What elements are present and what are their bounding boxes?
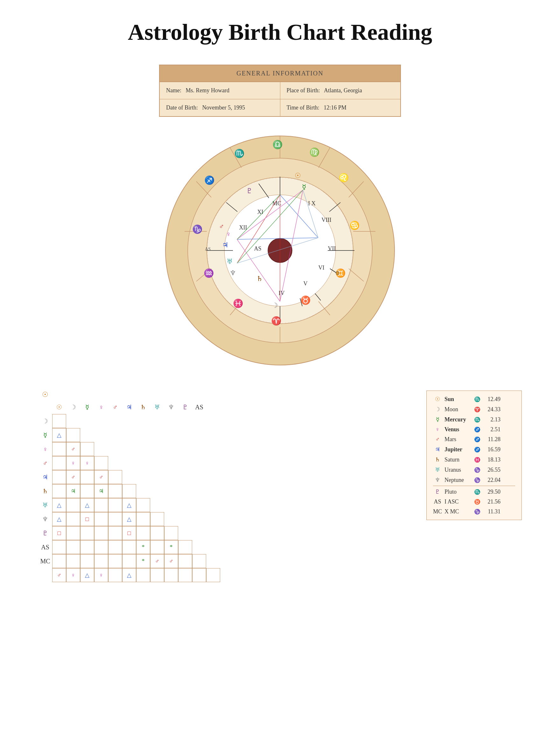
grid-col-header: ♃ <box>122 400 136 414</box>
planet-symbol: ♀ <box>433 426 442 433</box>
grid-col-header: ☿ <box>80 400 94 414</box>
svg-text:V: V <box>303 280 308 287</box>
svg-text:♒: ♒ <box>204 268 214 278</box>
aspect-cell <box>108 526 122 540</box>
grid-data-row: ♂♀♀ <box>38 456 220 470</box>
grid-data-row: ☿△ <box>38 428 220 442</box>
planet-row: ♅Uranus♑26.55 <box>433 465 515 475</box>
planet-deg: 29.50 <box>485 489 501 495</box>
aspect-cell <box>192 554 206 568</box>
planet-row: ☿Mercury♏2.13 <box>433 414 515 424</box>
svg-text:♄: ♄ <box>257 275 263 283</box>
aspect-cell: ♀ <box>66 568 80 582</box>
info-table-header: GENERAL INFORMATION <box>160 65 400 82</box>
grid-col-header: ♆ <box>164 400 178 414</box>
grid-col-header: ♅ <box>150 400 164 414</box>
grid-data-row: ♂♀△♀△ <box>38 568 220 582</box>
grid-col-header: ☽ <box>66 400 80 414</box>
aspect-cell: ♂ <box>94 470 108 484</box>
grid-col-header: ♀ <box>94 400 108 414</box>
svg-text:♐: ♐ <box>204 175 215 185</box>
place-cell: Place of Birth: Atlanta, Georgia <box>280 82 401 99</box>
svg-text:AS: AS <box>254 246 261 252</box>
aspect-cell <box>80 554 94 568</box>
aspect-cell: □ <box>52 526 66 540</box>
page-title: Astrology Birth Chart Reading <box>0 0 560 58</box>
tob-cell: Time of Birth: 12:16 PM <box>280 99 401 116</box>
grid-data-row: MC*♂♂ <box>38 554 220 568</box>
planet-deg: 11.28 <box>485 436 501 443</box>
svg-text:♈: ♈ <box>271 316 282 326</box>
aspect-cell: ♂ <box>66 442 80 456</box>
aspect-grid-wrap: ☉ ☉☽☿♀♂♃♄♅♆♇AS☽☿△♀♂♂♀♀♃♂♂♄♃♃♅△△△♆△□△♇□□A… <box>38 390 220 584</box>
bottom-section: ☉ ☉☽☿♀♂♃♄♅♆♇AS☽☿△♀♂♂♀♀♃♂♂♄♃♃♅△△△♆△□△♇□□A… <box>0 381 560 602</box>
svg-text:VII: VII <box>328 246 336 252</box>
aspect-cell: ♀ <box>66 456 80 470</box>
grid-row-header: ♅ <box>38 498 52 512</box>
planet-symbol: AS <box>433 498 442 505</box>
svg-text:♋: ♋ <box>349 220 360 230</box>
aspect-cell <box>108 470 122 484</box>
grid-col-header: ♄ <box>136 400 150 414</box>
planet-sign: ♉ <box>473 499 482 505</box>
aspect-cell <box>52 442 66 456</box>
name-label: Name: <box>166 87 181 94</box>
aspect-cell <box>66 540 80 554</box>
grid-data-row: ♇□□ <box>38 526 220 540</box>
svg-text:VI: VI <box>319 264 324 271</box>
planet-row: ♃Jupiter♐16.59 <box>433 444 515 455</box>
aspect-cell: ♂ <box>150 554 164 568</box>
aspect-cell <box>136 526 150 540</box>
svg-text:♎: ♎ <box>272 139 283 150</box>
aspect-cell <box>66 512 80 526</box>
grid-row-header: ♇ <box>38 526 52 540</box>
aspect-grid: ☉☽☿♀♂♃♄♅♆♇AS☽☿△♀♂♂♀♀♃♂♂♄♃♃♅△△△♆△□△♇□□AS*… <box>38 400 220 582</box>
planet-deg: 26.55 <box>485 467 501 473</box>
aspect-cell <box>52 554 66 568</box>
aspect-cell <box>178 554 192 568</box>
aspect-cell <box>94 554 108 568</box>
planet-sign: ♏ <box>473 417 482 423</box>
aspect-cell <box>122 554 136 568</box>
svg-text:AS: AS <box>205 247 211 252</box>
aspect-cell: △ <box>52 498 66 512</box>
aspect-cell <box>178 568 192 582</box>
aspect-cell <box>150 512 164 526</box>
svg-text:♇: ♇ <box>246 187 252 195</box>
tob-value: 12:16 PM <box>324 104 347 111</box>
planet-name: Sun <box>445 396 470 403</box>
planet-deg: 2.51 <box>485 426 501 433</box>
aspect-cell: ♂ <box>52 568 66 582</box>
planet-name: I ASC <box>445 498 470 505</box>
svg-text:♑: ♑ <box>192 224 203 234</box>
grid-row-header: ♀ <box>38 442 52 456</box>
planet-symbol: ♃ <box>433 446 442 453</box>
grid-data-row: ☽ <box>38 414 220 428</box>
aspect-cell <box>66 428 80 442</box>
aspect-cell: △ <box>122 568 136 582</box>
svg-text:♍: ♍ <box>309 147 320 157</box>
place-value: Atlanta, Georgia <box>324 87 362 94</box>
svg-text:♆: ♆ <box>230 269 236 277</box>
general-info-table: GENERAL INFORMATION Name: Ms. Remy Howar… <box>159 65 401 117</box>
aspect-cell <box>150 540 164 554</box>
planet-sign: ♑ <box>473 509 482 515</box>
aspect-cell: * <box>164 540 178 554</box>
planet-symbol: ♂ <box>433 436 442 443</box>
aspect-cell <box>178 540 192 554</box>
grid-data-row: ♄♃♃ <box>38 484 220 498</box>
planet-name: Saturn <box>445 457 470 463</box>
grid-row-header: AS <box>38 540 52 554</box>
planet-sign: ♑ <box>473 467 482 473</box>
planet-sign: ♈ <box>473 407 482 412</box>
svg-text:♌: ♌ <box>339 173 349 183</box>
planet-row: ASI ASC♉21.56 <box>433 497 515 507</box>
aspect-cell <box>108 512 122 526</box>
aspect-cell <box>52 456 66 470</box>
aspect-cell <box>52 484 66 498</box>
aspect-cell <box>94 456 108 470</box>
aspect-cell <box>150 526 164 540</box>
svg-text:♓: ♓ <box>233 298 243 308</box>
aspect-cell <box>192 568 206 582</box>
planet-row: ♆Neptune♑22.04 <box>433 475 515 485</box>
